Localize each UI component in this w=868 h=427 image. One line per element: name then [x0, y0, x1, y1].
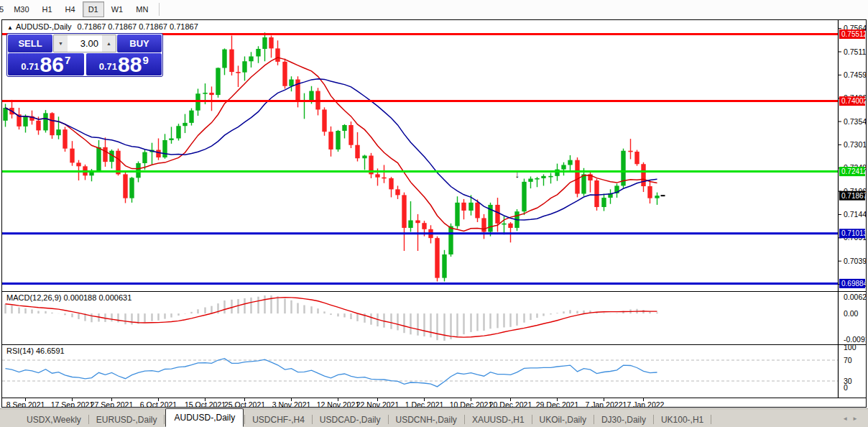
timeframe-button-m30[interactable]: M30: [8, 1, 34, 17]
tab-divider: [312, 415, 313, 424]
tab-divider: [244, 415, 245, 424]
tab-divider: [594, 415, 594, 424]
tab-audusd-daily[interactable]: AUDUSD-,Daily: [165, 408, 244, 427]
price-tick-label: 0.70390: [844, 257, 866, 265]
rsi-axis-label: 100: [844, 343, 857, 352]
price-tick-label: 0.73015: [844, 140, 866, 149]
tab-uk100-h1[interactable]: UK100-,H1: [655, 413, 710, 427]
sell-price-prefix: 0.71: [21, 61, 39, 72]
tab-divider: [532, 415, 532, 424]
date-tick-label: 22 Nov 2021: [356, 400, 400, 407]
symbol-tab-bar: USDX,WeeklyEURUSD-,DailyAUDUSD-,DailyUSD…: [0, 408, 868, 427]
volume-increase-icon[interactable]: ▲: [102, 35, 116, 52]
timeframe-button-w1[interactable]: W1: [106, 1, 129, 17]
timeframe-button-d1[interactable]: D1: [83, 1, 104, 17]
buy-price[interactable]: 0.71 88 9: [86, 53, 162, 75]
volume-input[interactable]: 3.00: [68, 35, 102, 52]
chart-window: ↓MACD(12,26,9) 0.000188 0.000631RSI(14) …: [1, 19, 867, 408]
svg-text:0.69884: 0.69884: [841, 280, 866, 288]
tab-usdchf-h4[interactable]: USDCHF-,H4: [246, 413, 311, 427]
price-badge: 0.75512: [839, 29, 866, 39]
date-tick-label: 10 Dec 2021: [450, 400, 493, 407]
price-tick-label: 0.74590: [844, 70, 866, 79]
one-click-trade-panel: SELL ▼ 3.00 ▲ BUY 0.71 86 7 0.71 88 9: [6, 33, 163, 77]
svg-text:0.71867: 0.71867: [841, 192, 866, 200]
sell-price-pip: 7: [65, 54, 70, 66]
price-axis: 0.756400.751150.745900.740650.735400.730…: [838, 24, 866, 392]
tab-xauusd-h1[interactable]: XAUUSD-,H1: [466, 413, 531, 427]
date-tick-label: 27 Sep 2021: [91, 400, 134, 407]
date-tick-label: 17 Sep 2021: [51, 400, 94, 407]
sell-price[interactable]: 0.71 86 7: [8, 53, 84, 75]
price-tick-label: 0.73540: [844, 117, 866, 126]
macd-panel: MACD(12,26,9) 0.000188 0.000631: [6, 293, 657, 341]
down-arrow-annotation: ↓: [515, 169, 520, 180]
timeframe-toolbar: 5M30H1H4D1W1MN: [0, 0, 868, 18]
tab-usdx-weekly[interactable]: USDX,Weekly: [20, 413, 88, 427]
date-tick-label: 29 Dec 2021: [536, 400, 579, 407]
tab-usdcad-daily[interactable]: USDCAD-,Daily: [313, 413, 387, 427]
svg-text:0.71013: 0.71013: [841, 229, 866, 237]
tab-divider: [88, 415, 89, 424]
date-tick-label: 6 Oct 2021: [140, 400, 177, 407]
buy-price-big: 88: [118, 55, 142, 74]
date-tick-label: 1 Dec 2021: [405, 400, 444, 407]
timeframe-button-5[interactable]: 5: [0, 1, 6, 17]
date-tick-label: 8 Sep 2021: [6, 400, 45, 407]
tab-eurusd-daily[interactable]: EURUSD-,Daily: [90, 413, 164, 427]
macd-axis-zero: 0.00: [844, 309, 859, 318]
price-badge: 0.69884: [839, 279, 866, 288]
sell-button[interactable]: SELL: [8, 35, 52, 52]
date-tick-label: 12 Nov 2021: [317, 400, 360, 407]
tab-ukoil-daily[interactable]: UKOil-,Daily: [533, 413, 593, 427]
trade-panel-price-row: 0.71 86 7 0.71 88 9: [8, 53, 162, 75]
trade-panel-top-row: SELL ▼ 3.00 ▲ BUY: [8, 35, 162, 52]
tab-scroll-right-icon[interactable]: ►: [852, 415, 862, 422]
tab-divider: [653, 415, 654, 424]
buy-button[interactable]: BUY: [117, 35, 162, 52]
volume-decrease-icon[interactable]: ▼: [54, 35, 68, 52]
macd-axis-max: 0.006201: [844, 293, 866, 301]
trading-terminal: 5M30H1H4D1W1MN ↓MACD(12,26,9) 0.000188 0…: [0, 0, 868, 427]
price-tick-label: 0.75115: [844, 47, 866, 56]
collapse-triangle-icon[interactable]: ▲: [7, 24, 13, 31]
toolbar-separator: [159, 3, 160, 16]
rsi-axis-label: 0: [844, 383, 848, 392]
tab-divider: [711, 415, 711, 424]
rsi-axis-label: 70: [844, 356, 852, 364]
timeframe-button-h4[interactable]: H4: [60, 1, 81, 17]
tab-scroll-left-icon[interactable]: ◄: [842, 415, 852, 422]
price-badge: 0.71013: [839, 229, 866, 238]
price-chart-svg: ↓MACD(12,26,9) 0.000188 0.000631RSI(14) …: [2, 20, 866, 407]
date-tick-label: 17 Jan 2022: [623, 400, 665, 407]
buy-price-pip: 9: [142, 54, 148, 66]
tab-divider: [388, 415, 389, 424]
tab-scroll-arrows: ◄►: [842, 415, 862, 422]
tab-divider: [464, 415, 465, 424]
svg-text:0.74002: 0.74002: [841, 97, 866, 105]
svg-text:0.72412: 0.72412: [841, 167, 866, 175]
price-badge: 0.72412: [839, 167, 866, 176]
tab-dj30-daily[interactable]: DJ30-,Daily: [595, 413, 652, 427]
rsi-label: RSI(14) 46.6591: [6, 346, 65, 355]
chart-ohlc-values: 0.71867 0.71867 0.71867 0.71867: [78, 22, 198, 31]
date-tick-label: 15 Oct 2021: [185, 400, 226, 407]
price-tick-label: 0.71440: [844, 210, 866, 219]
tab-usdcnh-daily[interactable]: USDCNH-,Daily: [389, 413, 463, 427]
date-tick-label: 25 Oct 2021: [224, 400, 265, 407]
timeframe-button-h1[interactable]: H1: [37, 1, 58, 17]
rsi-panel: RSI(14) 46.6591: [2, 346, 838, 387]
macd-label: MACD(12,26,9) 0.000188 0.000631: [6, 293, 131, 302]
date-axis: 8 Sep 202117 Sep 202127 Sep 20216 Oct 20…: [6, 398, 665, 407]
price-badge: 0.71867: [839, 191, 866, 201]
svg-text:0.75512: 0.75512: [841, 30, 866, 38]
timeframe-button-mn[interactable]: MN: [130, 1, 154, 17]
volume-spinner: ▼ 3.00 ▲: [53, 35, 116, 52]
date-tick-label: 3 Nov 2021: [272, 400, 311, 407]
chart-canvas[interactable]: ↓MACD(12,26,9) 0.000188 0.000631RSI(14) …: [2, 20, 866, 407]
price-badge: 0.74002: [839, 96, 866, 106]
date-tick-label: 20 Dec 2021: [489, 400, 532, 407]
tab-divider: [164, 415, 165, 424]
rsi-line: [6, 359, 657, 387]
sell-price-big: 86: [40, 55, 64, 74]
